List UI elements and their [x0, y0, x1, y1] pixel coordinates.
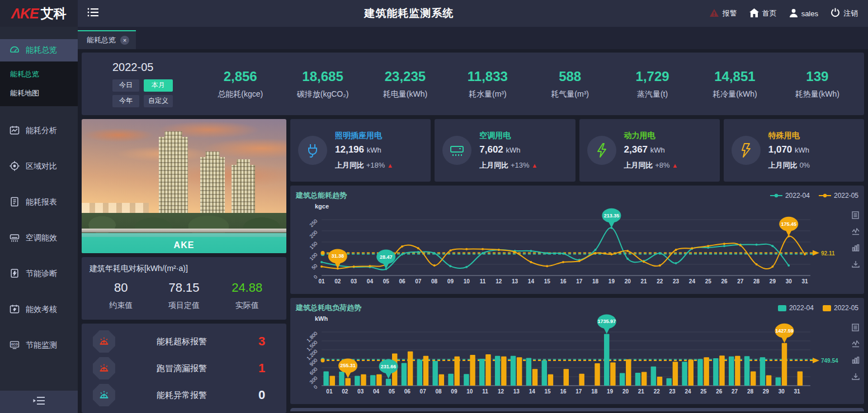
sidebar-item-energy-report[interactable]: 能耗报表 — [0, 191, 78, 213]
alarm-row-abnormal[interactable]: 能耗异常报警 0 — [93, 384, 275, 406]
svg-text:23: 23 — [669, 388, 676, 395]
svg-text:18: 18 — [591, 388, 598, 395]
sidebar-item-region-compare[interactable]: 区域对比 — [0, 155, 78, 178]
tab-energy-overview[interactable]: 能耗总览 × — [78, 30, 136, 49]
sidebar-toggle-button[interactable] — [78, 0, 109, 27]
sidebar-item-energy-saving-monitor[interactable]: ECO 节能监测 — [0, 334, 78, 357]
card-title: 空调用电 — [479, 131, 569, 141]
card-special[interactable]: 特殊用电 1,070 kWh 上月同比 0% — [724, 119, 864, 182]
svg-text:20: 20 — [625, 278, 631, 284]
hamburger-icon — [87, 7, 100, 20]
legend-label: 2022-04 — [789, 304, 814, 312]
logo: ΛKE 艾科 — [0, 0, 78, 27]
nav-logout[interactable]: 注销 — [831, 8, 858, 19]
svg-text:31: 31 — [794, 388, 801, 395]
alarm-label: 能耗异常报警 — [115, 390, 248, 401]
svg-text:28.47: 28.47 — [380, 254, 393, 260]
nav-user[interactable]: sales — [789, 8, 818, 19]
svg-text:21: 21 — [638, 388, 645, 395]
up-arrow-icon: ▲ — [387, 162, 393, 169]
sidebar-item-hvac-efficiency[interactable]: 空调能效 — [0, 227, 78, 249]
svg-text:15: 15 — [545, 388, 551, 395]
legend-2022-05[interactable]: 2022-05 — [819, 192, 858, 200]
bar-chart[interactable]: 03006009001,2001,5001,800010203040506070… — [296, 322, 837, 397]
data-view-icon[interactable] — [852, 324, 860, 334]
range-button-custom[interactable]: 自定义 — [144, 95, 173, 107]
legend-2022-04[interactable]: 2022-04 — [778, 304, 814, 312]
sidebar-item-energy-saving-diagnosis[interactable]: 节能诊断 — [0, 263, 78, 285]
alarm-count: 3 — [248, 334, 275, 349]
svg-text:17: 17 — [575, 388, 582, 395]
svg-text:03: 03 — [357, 388, 364, 395]
card-power[interactable]: 动力用电 2,367 kWh 上月同比 +8% ▲ — [579, 119, 720, 182]
range-button-month[interactable]: 本月 — [144, 79, 173, 92]
svg-text:31: 31 — [801, 278, 808, 284]
svg-text:ECO: ECO — [11, 342, 18, 345]
stat-label: 碳排放(kgCO₂) — [281, 89, 364, 99]
benchmark-panel: 建筑年耗电对标[kWh/(m²·a)] 80 约束值 78.15 项目定值 — [82, 257, 286, 320]
bolt-icon — [587, 136, 616, 165]
nav-alarm[interactable]: 报警 — [709, 8, 737, 19]
stat-steam: 1,729 蒸汽量(t) — [611, 69, 694, 99]
download-icon[interactable] — [852, 260, 860, 270]
svg-text:28: 28 — [747, 388, 754, 395]
sidebar-item-efficiency-assessment[interactable]: 能效考核 — [0, 298, 78, 321]
stat-value: 139 — [776, 69, 858, 84]
chart-toolbar — [852, 324, 860, 382]
svg-text:04: 04 — [367, 278, 374, 284]
collapse-icon — [33, 396, 45, 407]
svg-text:11: 11 — [482, 388, 488, 395]
svg-text:25: 25 — [700, 388, 707, 395]
bar-chart-icon[interactable] — [852, 244, 860, 254]
nav-user-label: sales — [801, 10, 818, 18]
energy-trend-chart-panel: 建筑总能耗趋势 2022-04 2022-05 — [290, 186, 864, 294]
svg-text:200: 200 — [309, 229, 319, 239]
benchmark-value: 24.88 — [215, 281, 279, 295]
svg-text:11: 11 — [480, 278, 486, 284]
nav-logout-label: 注销 — [843, 8, 858, 18]
alarm-row-leak[interactable]: 跑冒滴漏报警 1 — [93, 357, 275, 379]
app-root: ΛKE 艾科 建筑能耗监测系统 报警 — [0, 0, 868, 413]
sidebar-item-energy-overview[interactable]: 能耗总览 — [0, 39, 78, 61]
sidebar-item-energy-analysis[interactable]: 能耗分析 — [0, 120, 78, 142]
svg-text:05: 05 — [383, 278, 390, 284]
card-title: 特殊用电 — [768, 131, 858, 141]
stat-value: 14,851 — [694, 69, 776, 84]
report-icon — [9, 196, 20, 209]
nav-home[interactable]: 首页 — [749, 8, 777, 19]
svg-text:09: 09 — [451, 388, 457, 395]
compare-label: 上月同比 — [479, 161, 508, 169]
alarm-row-overlimit[interactable]: 能耗超标报警 3 — [93, 330, 275, 353]
logo-ake-text: ΛKE — [11, 6, 38, 22]
download-icon[interactable] — [852, 372, 860, 382]
card-title: 动力用电 — [624, 131, 714, 141]
electric-load-chart-panel: 建筑总耗电负荷趋势 2022-04 2022-05 — [290, 298, 864, 404]
sidebar-collapse-button[interactable] — [0, 391, 78, 413]
card-lighting-socket[interactable]: 照明插座用电 12,196 kWh 上月同比 +18% ▲ — [290, 119, 431, 182]
submenu-item-energy-overview[interactable]: 能耗总览 — [0, 65, 78, 84]
svg-text:100: 100 — [309, 251, 319, 262]
svg-text:30: 30 — [779, 388, 785, 395]
power-icon — [831, 8, 840, 19]
range-button-today[interactable]: 今日 — [112, 79, 139, 92]
chart-title: 建筑总能耗趋势 — [296, 191, 347, 201]
card-hvac[interactable]: 空调用电 7,602 kWh 上月同比 +13% ▲ — [435, 119, 575, 182]
legend-2022-05[interactable]: 2022-05 — [823, 304, 858, 312]
svg-text:07: 07 — [415, 278, 422, 284]
bar-chart-icon[interactable] — [852, 356, 860, 366]
line-chart[interactable]: 0501001502002500102030405060708091011121… — [296, 210, 837, 287]
data-view-icon[interactable] — [852, 211, 860, 221]
svg-text:06: 06 — [399, 278, 405, 284]
legend-2022-04[interactable]: 2022-04 — [770, 192, 810, 200]
stat-total-energy: 2,856 总能耗(kgce) — [199, 69, 281, 99]
svg-text:07: 07 — [420, 388, 427, 395]
submenu-item-energy-map[interactable]: 能耗地图 — [0, 84, 78, 103]
range-button-year[interactable]: 今年 — [112, 95, 139, 107]
svg-text:1735.97: 1735.97 — [597, 319, 616, 324]
svg-text:250: 250 — [309, 218, 319, 228]
line-chart-icon[interactable] — [852, 227, 860, 238]
tab-close-icon[interactable]: × — [120, 36, 129, 45]
sidebar-item-label: 节能监测 — [26, 340, 57, 350]
line-chart-icon[interactable] — [852, 340, 860, 350]
svg-text:24: 24 — [685, 388, 691, 395]
